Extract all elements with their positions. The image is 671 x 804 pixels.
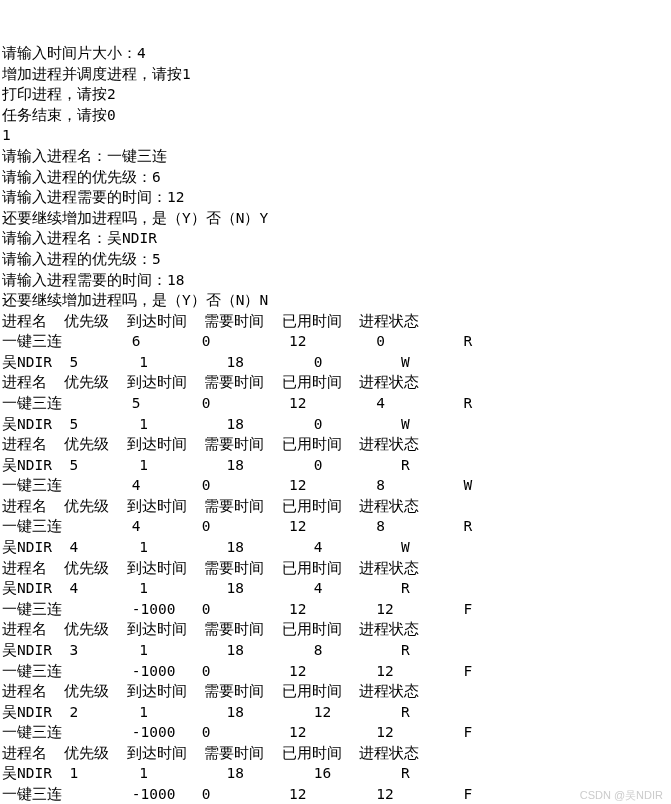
table-row: 一键三连 -1000 0 12 12 F [2,663,472,679]
table-row: 吴NDIR 5 1 18 0 R [2,457,410,473]
table-row: 进程名 优先级 到达时间 需要时间 已用时间 进程状态 [2,498,419,514]
table-row: 吴NDIR 5 1 18 0 W [2,354,410,370]
console-output: 请输入时间片大小：4 增加进程并调度进程，请按1 打印进程，请按2 任务结束，请… [2,43,671,804]
table-row: 进程名 优先级 到达时间 需要时间 已用时间 进程状态 [2,374,419,390]
table-row: 一键三连 -1000 0 12 12 F [2,601,472,617]
table-row: 一键三连 6 0 12 0 R [2,333,472,349]
table-row: 进程名 优先级 到达时间 需要时间 已用时间 进程状态 [2,560,419,576]
prompt-continue1: 还要继续增加进程吗，是（Y）否（N）Y [2,210,268,226]
table-row: 进程名 优先级 到达时间 需要时间 已用时间 进程状态 [2,745,419,761]
prompt-timeslice: 请输入时间片大小：4 [2,45,146,61]
prompt-pname2: 请输入进程名：吴NDIR [2,230,157,246]
prompt-continue2: 还要继续增加进程吗，是（Y）否（N）N [2,292,268,308]
table-row: 一键三连 -1000 0 12 12 F [2,724,472,740]
table-row: 进程名 优先级 到达时间 需要时间 已用时间 进程状态 [2,436,419,452]
user-choice: 1 [2,127,11,143]
table-row: 一键三连 5 0 12 4 R [2,395,472,411]
table-row: 进程名 优先级 到达时间 需要时间 已用时间 进程状态 [2,683,419,699]
table-row: 吴NDIR 2 1 18 12 R [2,704,410,720]
table-row: 进程名 优先级 到达时间 需要时间 已用时间 进程状态 [2,621,419,637]
prompt-time1: 请输入进程需要的时间：12 [2,189,184,205]
table-row: 吴NDIR 1 1 18 16 R [2,765,410,781]
table-row: 吴NDIR 4 1 18 4 W [2,539,410,555]
prompt-end: 任务结束，请按0 [2,107,116,123]
table-row: 吴NDIR 3 1 18 8 R [2,642,410,658]
table-row: 吴NDIR 5 1 18 0 W [2,416,410,432]
table-row: 一键三连 4 0 12 8 R [2,518,472,534]
prompt-pname1: 请输入进程名：一键三连 [2,148,167,164]
prompt-priority1: 请输入进程的优先级：6 [2,169,161,185]
table-row: 一键三连 -1000 0 12 12 F [2,786,472,802]
prompt-priority2: 请输入进程的优先级：5 [2,251,161,267]
prompt-time2: 请输入进程需要的时间：18 [2,272,184,288]
watermark: CSDN @吴NDIR [580,788,663,804]
table-row: 一键三连 4 0 12 8 W [2,477,472,493]
prompt-print: 打印进程，请按2 [2,86,116,102]
prompt-add: 增加进程并调度进程，请按1 [2,66,191,82]
table-header: 进程名 优先级 到达时间 需要时间 已用时间 进程状态 [2,313,419,329]
table-row: 吴NDIR 4 1 18 4 R [2,580,410,596]
